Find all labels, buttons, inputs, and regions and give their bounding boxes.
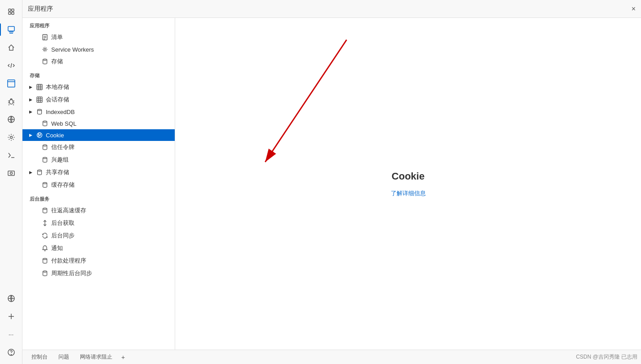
svg-point-43 [43, 208, 47, 210]
tree-item-websql[interactable]: Web SQL [22, 118, 175, 129]
svg-point-41 [38, 170, 42, 171]
expand-placeholder6 [33, 157, 39, 162]
background-sync-label: 后台同步 [51, 232, 75, 240]
svg-point-40 [43, 158, 47, 159]
expand-placeholder8 [33, 208, 39, 213]
help-icon[interactable] [3, 344, 19, 360]
application-tab-icon[interactable] [3, 75, 19, 92]
tree-item-manifest[interactable]: 清单 [22, 31, 175, 44]
more-icon[interactable]: ··· [3, 326, 19, 342]
expand-cookie[interactable]: ▶ [28, 132, 33, 138]
expand-placeholder5 [33, 145, 39, 150]
cylinder-icon9 [41, 257, 49, 264]
sync-icon [41, 232, 49, 239]
grid-icon2 [36, 96, 43, 103]
cylinder-icon7 [41, 181, 49, 189]
payment-handler-label: 付款处理程序 [51, 257, 86, 265]
cylinder-icon5 [41, 156, 49, 163]
gear-icon [41, 46, 49, 53]
doc-icon [41, 34, 49, 41]
recorder-icon[interactable] [3, 165, 19, 181]
tree-item-background-fetch[interactable]: 后台获取 [22, 217, 175, 229]
tree-item-cache-storage[interactable]: 缓存存储 [22, 179, 175, 191]
tree-item-service-workers[interactable]: Service Workers [22, 44, 175, 55]
expand-session-storage[interactable]: ▶ [28, 97, 33, 102]
periodic-sync-label: 周期性后台同步 [51, 269, 92, 277]
panel-title: 应用程序 [28, 5, 53, 13]
tree-item-cookie[interactable]: ▶ Cookie [22, 129, 175, 141]
add-tab-button[interactable]: + [118, 352, 128, 363]
expand-placeholder11 [33, 246, 39, 251]
websql-label: Web SQL [51, 120, 76, 127]
panel-area: 应用程序 × 应用程序 [22, 0, 641, 364]
svg-point-20 [44, 48, 46, 50]
svg-rect-4 [8, 26, 14, 31]
tree-item-session-storage[interactable]: ▶ 会话存储 [22, 93, 175, 106]
svg-point-45 [43, 259, 47, 260]
svg-point-15 [11, 355, 11, 355]
svg-rect-5 [8, 80, 15, 87]
cylinder-icon6 [36, 169, 43, 176]
expand-shared-storage[interactable]: ▶ [28, 170, 33, 175]
tree-item-shared-storage[interactable]: ▶ 共享存储 [22, 166, 175, 179]
tree-item-storage-main[interactable]: 存储 [22, 55, 175, 68]
svg-point-33 [43, 121, 47, 123]
grid-icon [36, 83, 43, 91]
svg-rect-27 [37, 97, 42, 102]
tree-sidebar: 应用程序 清单 [22, 18, 175, 350]
bell-icon [41, 245, 49, 252]
tree-item-payment-handler[interactable]: 付款处理程序 [22, 254, 175, 267]
svg-point-10 [10, 172, 12, 175]
tree-item-local-storage[interactable]: ▶ 本地存储 [22, 81, 175, 93]
tree-item-periodic-sync[interactable]: 周期性后台同步 [22, 267, 175, 280]
svg-point-35 [38, 134, 39, 135]
back-forward-cache-label: 往返高速缓存 [51, 206, 86, 215]
expand-placeholder13 [33, 271, 39, 276]
globe-icon[interactable] [3, 290, 19, 307]
expand-indexeddb[interactable]: ▶ [28, 109, 33, 114]
settings-icon[interactable] [3, 129, 19, 145]
expand-placeholder2 [33, 47, 39, 52]
expand-local-storage[interactable]: ▶ [28, 84, 33, 90]
cylinder-icon4 [41, 144, 49, 151]
learn-more-link[interactable]: 了解详细信息 [391, 189, 426, 197]
expand-placeholder9 [33, 220, 39, 226]
trust-tokens-label: 信任令牌 [51, 143, 75, 151]
shared-storage-label: 共享存储 [46, 168, 69, 176]
tab-console[interactable]: 控制台 [26, 351, 53, 363]
content-center: Cookie 了解详细信息 [391, 171, 426, 197]
tree-item-notifications[interactable]: 通知 [22, 242, 175, 254]
cursor-icon[interactable] [3, 4, 19, 20]
tree-item-trust-tokens[interactable]: 信任令牌 [22, 141, 175, 153]
cache-storage-label: 缓存存储 [51, 181, 75, 189]
svg-point-39 [43, 145, 47, 146]
section-storage-label: 存储 [22, 68, 175, 81]
tree-item-back-forward-cache[interactable]: 往返高速缓存 [22, 204, 175, 217]
add-tab-icon[interactable] [3, 308, 19, 325]
bug-icon[interactable] [3, 93, 19, 110]
icon-sidebar: ··· [0, 0, 22, 364]
svg-rect-1 [12, 9, 14, 11]
close-button[interactable]: × [632, 5, 636, 13]
cookie-icon [36, 132, 43, 139]
code-icon[interactable] [3, 57, 19, 74]
expand-placeholder10 [33, 233, 39, 238]
tree-item-indexeddb[interactable]: ▶ IndexedDB [22, 106, 175, 118]
layers-icon[interactable] [3, 22, 19, 38]
home-icon[interactable] [3, 39, 19, 56]
tab-network-block[interactable]: 网络请求阻止 [75, 351, 118, 363]
svg-point-38 [40, 134, 40, 134]
arrow-updown-icon [41, 219, 49, 227]
content-title: Cookie [392, 171, 424, 182]
svg-rect-22 [37, 84, 42, 90]
sources-icon[interactable] [3, 147, 19, 163]
tree-item-background-sync[interactable]: 后台同步 [22, 229, 175, 242]
manifest-label: 清单 [51, 33, 63, 41]
svg-point-42 [43, 183, 47, 184]
svg-point-37 [38, 136, 39, 136]
tree-item-interest-groups[interactable]: 兴趣组 [22, 153, 175, 166]
network-icon[interactable] [3, 111, 19, 127]
section-app-label: 应用程序 [22, 18, 175, 31]
tab-issues[interactable]: 问题 [53, 351, 75, 363]
local-storage-label: 本地存储 [46, 83, 69, 91]
